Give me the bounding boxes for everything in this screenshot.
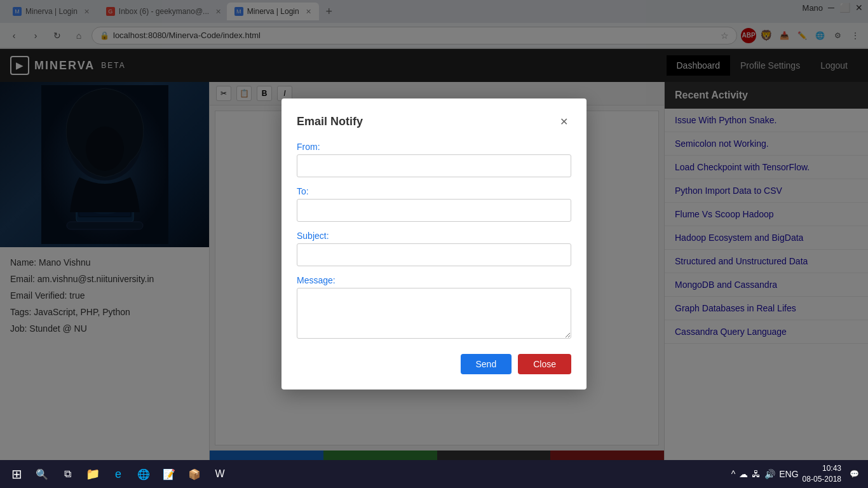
- modal-overlay: Email Notify ✕ From: To: Subject: Messag…: [0, 0, 868, 488]
- taskbar-box[interactable]: 📦: [183, 463, 206, 485]
- modal-header: Email Notify ✕: [297, 114, 571, 129]
- modal-actions: Send Close: [297, 354, 571, 374]
- from-label: From:: [297, 142, 571, 152]
- message-textarea[interactable]: [297, 288, 571, 339]
- tray-volume[interactable]: 🔊: [764, 469, 775, 479]
- taskbar-date: 08-05-2018: [803, 474, 841, 485]
- to-group: To:: [297, 186, 571, 222]
- taskbar-notification[interactable]: 💬: [845, 465, 863, 483]
- taskbar-chrome[interactable]: 🌐: [132, 463, 155, 485]
- start-button[interactable]: ⊞: [5, 463, 28, 485]
- taskbar-word[interactable]: W: [208, 463, 231, 485]
- subject-group: Subject:: [297, 231, 571, 266]
- subject-label: Subject:: [297, 231, 571, 241]
- from-group: From:: [297, 142, 571, 177]
- taskbar-task-view[interactable]: ⧉: [56, 463, 79, 485]
- from-input[interactable]: [297, 154, 571, 177]
- taskbar-search[interactable]: 🔍: [31, 463, 53, 485]
- send-button[interactable]: Send: [461, 354, 512, 374]
- modal-title: Email Notify: [297, 115, 363, 128]
- modal-close-button[interactable]: ✕: [556, 114, 571, 129]
- email-notify-modal: Email Notify ✕ From: To: Subject: Messag…: [281, 98, 587, 390]
- taskbar-sublime[interactable]: 📝: [158, 463, 180, 485]
- taskbar-time: 10:43: [803, 463, 841, 474]
- taskbar-tray: ^ ☁ 🖧 🔊 ENG 10:43 08-05-2018 💬: [731, 463, 863, 485]
- to-label: To:: [297, 186, 571, 196]
- tray-cloud[interactable]: ☁: [739, 469, 748, 479]
- subject-input[interactable]: [297, 243, 571, 266]
- taskbar-edge[interactable]: e: [107, 463, 130, 485]
- taskbar-clock: 10:43 08-05-2018: [803, 463, 841, 485]
- tray-chevron[interactable]: ^: [731, 469, 736, 479]
- tray-network[interactable]: 🖧: [752, 469, 761, 479]
- close-button[interactable]: Close: [518, 354, 571, 374]
- to-input[interactable]: [297, 199, 571, 222]
- tray-lang: ENG: [779, 469, 798, 479]
- message-label: Message:: [297, 275, 571, 285]
- taskbar: ⊞ 🔍 ⧉ 📁 e 🌐 📝 📦 W ^ ☁ 🖧 🔊 ENG 10:43 08-0…: [0, 460, 868, 488]
- taskbar-file-explorer[interactable]: 📁: [81, 463, 104, 485]
- message-group: Message:: [297, 275, 571, 341]
